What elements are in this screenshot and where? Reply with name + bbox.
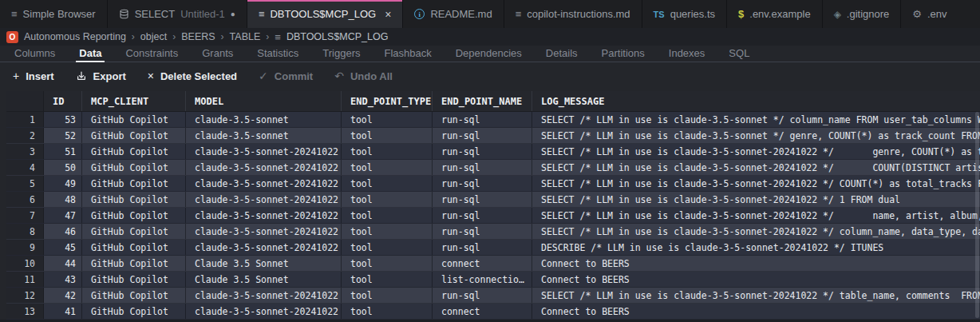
tab-select-untitled-1[interactable]: SELECT Untitled-1 ● [108, 0, 247, 28]
breadcrumb-item-object[interactable]: object [140, 31, 167, 42]
tab-dbtools-mcp-log[interactable]: ≡ DBTOOLS$MCP_LOG × [247, 0, 403, 28]
cell-id[interactable]: 45 [44, 240, 82, 255]
cell-mcp-client[interactable]: GitHub Copilot [82, 128, 186, 143]
delete-selected-button[interactable]: × Delete Selected [148, 70, 237, 82]
cell-mcp-client[interactable]: GitHub Copilot [82, 256, 186, 271]
view-tab-statistics[interactable]: Statistics [257, 47, 298, 62]
row-number[interactable]: 5 [6, 176, 44, 191]
cell-mcp-client[interactable]: GitHub Copilot [82, 224, 186, 239]
cell-log-message[interactable]: Connect to BEERS [532, 272, 980, 287]
column-header-log-message[interactable]: LOG_MESSAGE [532, 91, 980, 111]
cell-model[interactable]: claude-3-5-sonnet-20241022 [186, 240, 342, 255]
tab-env[interactable]: ⚙ .env [901, 0, 980, 28]
cell-mcp-client[interactable]: GitHub Copilot [82, 272, 186, 287]
cell-log-message[interactable]: SELECT /* LLM in use is claude-3-5-sonne… [532, 176, 980, 191]
cell-log-message[interactable]: Connect to BEERS [532, 304, 980, 319]
breadcrumb-item-schema[interactable]: BEERS [181, 31, 215, 42]
cell-model[interactable]: claude-3-5-sonnet-20241022 [186, 224, 342, 239]
breadcrumb-item-table[interactable]: DBTOOLS$MCP_LOG [286, 31, 389, 42]
table-row[interactable]: 945GitHub Copilotclaude-3-5-sonnet-20241… [6, 240, 980, 256]
cell-model[interactable]: claude-3.5-sonnet [186, 112, 342, 127]
cell-end-point-name[interactable]: run-sql [433, 144, 532, 159]
cell-mcp-client[interactable]: GitHub Copilot [82, 112, 186, 127]
cell-mcp-client[interactable]: GitHub Copilot [82, 304, 186, 319]
cell-mcp-client[interactable]: GitHub Copilot [82, 208, 186, 223]
cell-end-point-name[interactable]: run-sql [433, 192, 532, 207]
row-number[interactable]: 8 [6, 224, 44, 239]
cell-end-point-type[interactable]: tool [342, 272, 433, 287]
cell-model[interactable]: claude-3.5-sonnet [186, 128, 342, 143]
table-row[interactable]: 153GitHub Copilotclaude-3.5-sonnettoolru… [6, 112, 980, 128]
cell-id[interactable]: 46 [44, 224, 82, 239]
cell-model[interactable]: claude-3-5-sonnet-20241022 [186, 144, 342, 159]
cell-end-point-name[interactable]: connect [433, 304, 532, 319]
tab-copilot-instructions-md[interactable]: ≡ copilot-instructions.md [504, 0, 642, 28]
cell-end-point-type[interactable]: tool [342, 144, 433, 159]
cell-id[interactable]: 43 [44, 272, 82, 287]
cell-model[interactable]: claude-3-5-sonnet-20241022 [186, 176, 342, 191]
column-header-end-point-name[interactable]: END_POINT_NAME [433, 91, 532, 111]
cell-id[interactable]: 47 [44, 208, 82, 223]
cell-end-point-name[interactable]: run-sql [433, 112, 532, 127]
close-icon[interactable]: × [385, 8, 391, 21]
tab-readme-md[interactable]: i README.md [403, 0, 504, 28]
column-header-mcp-client[interactable]: MCP_CLIENT [82, 91, 186, 111]
cell-model[interactable]: claude-3-5-sonnet-20241022 [186, 288, 342, 303]
cell-model[interactable]: claude-3-5-sonnet-20241022 [186, 192, 342, 207]
cell-id[interactable]: 48 [44, 192, 82, 207]
cell-end-point-name[interactable]: run-sql [433, 128, 532, 143]
view-tab-partitions[interactable]: Partitions [602, 47, 645, 62]
cell-log-message[interactable]: SELECT /* LLM in use is claude-3-5-sonne… [532, 144, 980, 159]
cell-mcp-client[interactable]: GitHub Copilot [82, 240, 186, 255]
table-row[interactable]: 1143GitHub CopilotClaude 3.5 Sonnettooll… [6, 272, 980, 288]
table-row[interactable]: 351GitHub Copilotclaude-3-5-sonnet-20241… [6, 144, 980, 160]
tab-env-example[interactable]: $ .env.example [727, 0, 823, 28]
view-tab-dependencies[interactable]: Dependencies [456, 47, 522, 62]
cell-model[interactable]: claude-3-5-sonnet-20241022 [186, 208, 342, 223]
cell-end-point-type[interactable]: tool [342, 224, 433, 239]
cell-model[interactable]: claude-3-5-sonnet-20241022 [186, 304, 342, 319]
view-tab-grants[interactable]: Grants [202, 47, 233, 62]
cell-end-point-name[interactable]: run-sql [433, 208, 532, 223]
cell-log-message[interactable]: SELECT /* LLM in use is claude-3-5-sonne… [532, 288, 980, 303]
cell-end-point-type[interactable]: tool [342, 176, 433, 191]
undo-all-button[interactable]: ↶ Undo All [334, 70, 393, 82]
cell-id[interactable]: 51 [44, 144, 82, 159]
cell-end-point-name[interactable]: run-sql [433, 176, 532, 191]
view-tab-triggers[interactable]: Triggers [322, 47, 360, 62]
row-number[interactable]: 1 [6, 112, 44, 127]
view-tab-data[interactable]: Data [79, 47, 101, 62]
table-row[interactable]: 1242GitHub Copilotclaude-3-5-sonnet-2024… [6, 288, 980, 304]
vertical-scrollbar[interactable] [975, 112, 979, 318]
row-number[interactable]: 3 [6, 144, 44, 159]
cell-end-point-type[interactable]: tool [342, 128, 433, 143]
cell-end-point-name[interactable]: run-sql [433, 224, 532, 239]
cell-mcp-client[interactable]: GitHub Copilot [82, 288, 186, 303]
row-number[interactable]: 9 [6, 240, 44, 255]
cell-end-point-type[interactable]: tool [342, 192, 433, 207]
column-header-id[interactable]: ID [44, 91, 82, 111]
cell-id[interactable]: 42 [44, 288, 82, 303]
cell-id[interactable]: 41 [44, 304, 82, 319]
cell-log-message[interactable]: SELECT /* LLM in use is claude-3-5-sonne… [532, 208, 980, 223]
row-number[interactable]: 7 [6, 208, 44, 223]
commit-button[interactable]: ✓ Commit [259, 70, 313, 82]
row-number[interactable]: 2 [6, 128, 44, 143]
cell-end-point-type[interactable]: tool [342, 160, 433, 175]
row-number[interactable]: 13 [6, 304, 44, 319]
cell-id[interactable]: 44 [44, 256, 82, 271]
row-number[interactable]: 11 [6, 272, 44, 287]
cell-id[interactable]: 50 [44, 160, 82, 175]
view-tab-flashback[interactable]: Flashback [384, 47, 431, 62]
table-row[interactable]: 1044GitHub CopilotClaude 3.5 Sonnettoolc… [6, 256, 980, 272]
view-tab-indexes[interactable]: Indexes [669, 47, 705, 62]
table-row[interactable]: 450GitHub Copilotclaude-3-5-sonnet-20241… [6, 160, 980, 176]
cell-log-message[interactable]: SELECT /* LLM in use is claude-3-5-sonne… [532, 224, 980, 239]
cell-log-message[interactable]: SELECT /* LLM in use is claude-3-5-sonne… [532, 192, 980, 207]
cell-model[interactable]: claude-3-5-sonnet-20241022 [186, 160, 342, 175]
cell-end-point-type[interactable]: tool [342, 288, 433, 303]
cell-log-message[interactable]: SELECT /* LLM in use is claude-3.5-sonne… [532, 112, 980, 127]
cell-end-point-type[interactable]: tool [342, 240, 433, 255]
table-row[interactable]: 747GitHub Copilotclaude-3-5-sonnet-20241… [6, 208, 980, 224]
cell-log-message[interactable]: DESCRIBE /* LLM in use is claude-3-5-son… [532, 240, 980, 255]
